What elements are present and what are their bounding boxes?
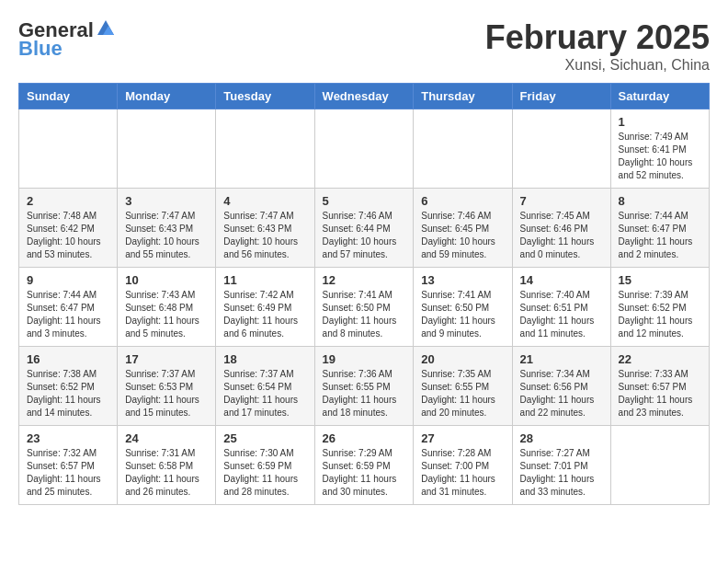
calendar-cell: 9Sunrise: 7:44 AM Sunset: 6:47 PM Daylig… (19, 268, 118, 347)
day-number: 22 (619, 352, 701, 366)
day-info: Sunrise: 7:30 AM Sunset: 6:59 PM Dayligh… (223, 447, 306, 499)
calendar-cell: 7Sunrise: 7:45 AM Sunset: 6:46 PM Daylig… (512, 189, 610, 268)
calendar-day-header: Thursday (414, 84, 512, 109)
title-section: February 2025 Xunsi, Sichuan, China (485, 18, 710, 74)
calendar-cell: 27Sunrise: 7:28 AM Sunset: 7:00 PM Dayli… (414, 426, 512, 505)
page-header: General Blue February 2025 Xunsi, Sichua… (18, 18, 710, 74)
day-info: Sunrise: 7:35 AM Sunset: 6:55 PM Dayligh… (421, 368, 504, 419)
day-info: Sunrise: 7:44 AM Sunset: 6:47 PM Dayligh… (619, 210, 701, 261)
calendar-day-header: Sunday (19, 84, 118, 109)
day-number: 16 (27, 352, 109, 366)
day-info: Sunrise: 7:48 AM Sunset: 6:42 PM Dayligh… (27, 210, 109, 261)
calendar-cell: 11Sunrise: 7:42 AM Sunset: 6:49 PM Dayli… (216, 268, 314, 347)
day-number: 12 (323, 273, 406, 287)
calendar-cell: 4Sunrise: 7:47 AM Sunset: 6:43 PM Daylig… (216, 189, 314, 268)
calendar-cell: 12Sunrise: 7:41 AM Sunset: 6:50 PM Dayli… (314, 268, 414, 347)
day-number: 18 (223, 352, 306, 366)
day-number: 11 (223, 273, 306, 287)
calendar-cell: 28Sunrise: 7:27 AM Sunset: 7:01 PM Dayli… (512, 426, 610, 505)
day-number: 26 (323, 431, 406, 445)
day-number: 4 (223, 194, 306, 208)
month-title: February 2025 (485, 18, 710, 57)
calendar-week-row: 1Sunrise: 7:49 AM Sunset: 6:41 PM Daylig… (19, 109, 710, 189)
calendar-day-header: Tuesday (216, 84, 314, 109)
day-info: Sunrise: 7:39 AM Sunset: 6:52 PM Dayligh… (619, 289, 701, 340)
calendar-day-header: Monday (118, 84, 216, 109)
day-info: Sunrise: 7:38 AM Sunset: 6:52 PM Dayligh… (27, 368, 109, 419)
day-number: 24 (125, 431, 208, 445)
calendar-cell: 21Sunrise: 7:34 AM Sunset: 6:56 PM Dayli… (512, 347, 610, 426)
calendar-cell: 14Sunrise: 7:40 AM Sunset: 6:51 PM Dayli… (512, 268, 610, 347)
calendar-cell: 6Sunrise: 7:46 AM Sunset: 6:45 PM Daylig… (414, 189, 512, 268)
day-info: Sunrise: 7:31 AM Sunset: 6:58 PM Dayligh… (125, 447, 208, 499)
day-number: 9 (27, 273, 109, 287)
calendar-cell (19, 109, 118, 189)
day-info: Sunrise: 7:42 AM Sunset: 6:49 PM Dayligh… (223, 289, 306, 340)
calendar-cell (118, 109, 216, 189)
day-number: 21 (520, 352, 603, 366)
day-number: 1 (619, 115, 701, 129)
day-info: Sunrise: 7:27 AM Sunset: 7:01 PM Dayligh… (520, 447, 603, 499)
calendar-cell: 22Sunrise: 7:33 AM Sunset: 6:57 PM Dayli… (610, 347, 709, 426)
day-number: 8 (619, 194, 701, 208)
calendar-day-header: Friday (512, 84, 610, 109)
calendar-cell: 10Sunrise: 7:43 AM Sunset: 6:48 PM Dayli… (118, 268, 216, 347)
day-info: Sunrise: 7:46 AM Sunset: 6:45 PM Dayligh… (421, 210, 504, 261)
calendar-cell: 24Sunrise: 7:31 AM Sunset: 6:58 PM Dayli… (118, 426, 216, 505)
day-number: 13 (421, 273, 504, 287)
calendar-cell: 17Sunrise: 7:37 AM Sunset: 6:53 PM Dayli… (118, 347, 216, 426)
calendar-cell: 13Sunrise: 7:41 AM Sunset: 6:50 PM Dayli… (414, 268, 512, 347)
day-number: 6 (421, 194, 504, 208)
day-info: Sunrise: 7:40 AM Sunset: 6:51 PM Dayligh… (520, 289, 603, 340)
calendar-week-row: 2Sunrise: 7:48 AM Sunset: 6:42 PM Daylig… (19, 189, 710, 268)
calendar-day-header: Saturday (610, 84, 709, 109)
logo: General Blue (18, 18, 116, 61)
day-number: 3 (125, 194, 208, 208)
calendar-cell: 16Sunrise: 7:38 AM Sunset: 6:52 PM Dayli… (19, 347, 118, 426)
day-number: 14 (520, 273, 603, 287)
calendar-week-row: 9Sunrise: 7:44 AM Sunset: 6:47 PM Daylig… (19, 268, 710, 347)
calendar-cell: 18Sunrise: 7:37 AM Sunset: 6:54 PM Dayli… (216, 347, 314, 426)
day-info: Sunrise: 7:49 AM Sunset: 6:41 PM Dayligh… (619, 131, 701, 182)
day-number: 28 (520, 431, 603, 445)
day-number: 7 (520, 194, 603, 208)
day-number: 10 (125, 273, 208, 287)
calendar-cell (216, 109, 314, 189)
calendar-cell: 15Sunrise: 7:39 AM Sunset: 6:52 PM Dayli… (610, 268, 709, 347)
day-number: 20 (421, 352, 504, 366)
calendar-cell (314, 109, 414, 189)
calendar-cell (610, 426, 709, 505)
calendar-cell: 19Sunrise: 7:36 AM Sunset: 6:55 PM Dayli… (314, 347, 414, 426)
logo-icon (96, 18, 116, 39)
calendar-cell: 2Sunrise: 7:48 AM Sunset: 6:42 PM Daylig… (19, 189, 118, 268)
day-info: Sunrise: 7:45 AM Sunset: 6:46 PM Dayligh… (520, 210, 603, 261)
day-info: Sunrise: 7:41 AM Sunset: 6:50 PM Dayligh… (421, 289, 504, 340)
calendar-cell: 26Sunrise: 7:29 AM Sunset: 6:59 PM Dayli… (314, 426, 414, 505)
day-number: 17 (125, 352, 208, 366)
calendar-cell: 20Sunrise: 7:35 AM Sunset: 6:55 PM Dayli… (414, 347, 512, 426)
day-info: Sunrise: 7:37 AM Sunset: 6:54 PM Dayligh… (223, 368, 306, 419)
day-number: 2 (27, 194, 109, 208)
calendar-cell: 23Sunrise: 7:32 AM Sunset: 6:57 PM Dayli… (19, 426, 118, 505)
calendar-cell: 8Sunrise: 7:44 AM Sunset: 6:47 PM Daylig… (610, 189, 709, 268)
day-info: Sunrise: 7:37 AM Sunset: 6:53 PM Dayligh… (125, 368, 208, 419)
calendar-cell (414, 109, 512, 189)
calendar-cell: 3Sunrise: 7:47 AM Sunset: 6:43 PM Daylig… (118, 189, 216, 268)
day-info: Sunrise: 7:28 AM Sunset: 7:00 PM Dayligh… (421, 447, 504, 499)
day-number: 25 (223, 431, 306, 445)
calendar-cell (512, 109, 610, 189)
day-info: Sunrise: 7:41 AM Sunset: 6:50 PM Dayligh… (323, 289, 406, 340)
day-info: Sunrise: 7:33 AM Sunset: 6:57 PM Dayligh… (619, 368, 701, 419)
calendar-table: SundayMondayTuesdayWednesdayThursdayFrid… (18, 83, 710, 505)
calendar-cell: 1Sunrise: 7:49 AM Sunset: 6:41 PM Daylig… (610, 109, 709, 189)
day-number: 27 (421, 431, 504, 445)
calendar-cell: 25Sunrise: 7:30 AM Sunset: 6:59 PM Dayli… (216, 426, 314, 505)
location: Xunsi, Sichuan, China (485, 57, 710, 74)
day-number: 19 (323, 352, 406, 366)
calendar-day-header: Wednesday (314, 84, 414, 109)
calendar-cell: 5Sunrise: 7:46 AM Sunset: 6:44 PM Daylig… (314, 189, 414, 268)
calendar-week-row: 23Sunrise: 7:32 AM Sunset: 6:57 PM Dayli… (19, 426, 710, 505)
day-info: Sunrise: 7:34 AM Sunset: 6:56 PM Dayligh… (520, 368, 603, 419)
calendar-week-row: 16Sunrise: 7:38 AM Sunset: 6:52 PM Dayli… (19, 347, 710, 426)
day-number: 23 (27, 431, 109, 445)
